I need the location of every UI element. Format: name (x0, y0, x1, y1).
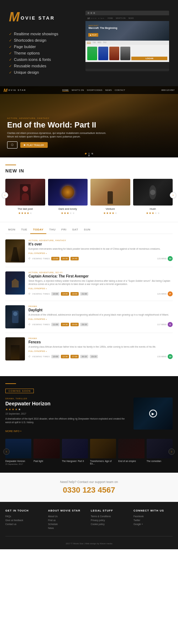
movie-banner-section: M OVIE STAR HOME WHAT'S ON SHORTCODES NE… (0, 86, 178, 157)
mins-badge-2: 123 MINS P (157, 291, 173, 296)
browser-dot (88, 12, 89, 14)
more-info-link[interactable]: MORE INFO + (5, 430, 22, 432)
footer-link-cookie[interactable]: Cookie policy (91, 523, 130, 525)
footer-copyright: 2017 © Movie Star | Web design by Klever… (66, 542, 112, 545)
time-badge-4e[interactable]: 23:15 (90, 355, 98, 358)
star-icon: ★ (64, 212, 66, 215)
browser-dot (93, 12, 95, 14)
footer-link-contact[interactable]: Contact us (5, 523, 44, 525)
nav-link-contact[interactable]: CONTACT (115, 89, 125, 92)
time-badge-4a[interactable]: 10:00 (51, 355, 59, 358)
mockup-nav-item: NEWS (129, 17, 134, 19)
footer-col-title-1: GET IN TOUCH (5, 509, 44, 512)
cs-thumb-4 (90, 439, 116, 458)
mins-text-2: 123 MINS (157, 293, 167, 295)
time-badge-3a[interactable]: 11:00 (51, 323, 59, 326)
footer-link-feedback[interactable]: Give us feedback (5, 519, 44, 521)
day-tab-sun[interactable]: SUN (81, 226, 93, 234)
footer-link-facebook[interactable]: Facebook (134, 515, 173, 518)
star-icon: ★ (149, 212, 151, 215)
mockup-tab: THU (103, 42, 106, 44)
info-button[interactable]: ⓘ (7, 141, 17, 149)
time-badge-4c[interactable]: 17:00 (70, 355, 79, 358)
scroll-down-arrow[interactable]: ∨ (85, 153, 93, 157)
star-icon: ★ (103, 212, 106, 215)
footer-col-title-2: ABOUT MOVIE STAR (48, 509, 87, 512)
time-badge-2a[interactable]: 10:00 (51, 292, 59, 296)
footer-link-twitter[interactable]: Twitter (134, 519, 173, 521)
time-badge-2d[interactable]: 21:00 (80, 292, 88, 296)
star-empty-icon: ★ (69, 212, 72, 215)
day-tab-thu[interactable]: THU (46, 226, 58, 234)
banner-logo-text: OVIE STAR (9, 89, 26, 91)
mockup-browser-bar (85, 11, 169, 15)
synopsis-link-4[interactable]: FULL SYNOPSIS + (28, 350, 173, 352)
featured-title: Deepwater Horizon (5, 401, 130, 406)
carousel-arrow-right[interactable]: › (170, 192, 176, 198)
footer-link-google[interactable]: Google + (134, 523, 173, 525)
play-trailer-button[interactable]: ▶ PLAY TRAILER (20, 142, 48, 148)
check-icon: ✓ (9, 32, 12, 36)
coming-soon-header: COMING SOON (5, 383, 173, 393)
footer: GET IN TOUCH FAQs Give us feedback Conta… (0, 502, 178, 549)
day-tab-mon[interactable]: MON (5, 226, 18, 234)
viewing-label-text-2: VIEWING TIMES (32, 293, 50, 295)
time-badge-2b[interactable]: 14:00 (61, 292, 69, 296)
feature-item: ✓Custom icons & fonts (9, 56, 78, 63)
play-icon: ▶ (24, 144, 26, 146)
movie-stars-2: ★ ★ ★ ★ ★ (48, 212, 88, 215)
mockup-tabs: MON TUE WED THU (85, 41, 169, 45)
schedule-genre-3: DRAMA (28, 305, 173, 307)
star-icon: ★ (146, 212, 148, 215)
time-badge-1c[interactable]: 24:45 (70, 257, 79, 260)
star-icon: ★ (21, 212, 23, 215)
synopsis-link-1[interactable]: FULL SYNOPSIS + (28, 252, 173, 254)
cs-title-6: The comedian (147, 460, 173, 462)
time-badge-4d[interactable]: 20:15 (80, 355, 88, 358)
featured-thumb: ▶ (134, 398, 173, 430)
day-tab-fri[interactable]: FRI (58, 226, 69, 234)
time-badge-3d[interactable]: 23:15 (80, 323, 88, 326)
footer-link-privacy[interactable]: Privacy policy (91, 519, 130, 521)
footer-col-touch: GET IN TOUCH FAQs Give us feedback Conta… (5, 509, 44, 531)
movie-thumb-3 (90, 179, 130, 206)
footer-link-news[interactable]: News (48, 527, 87, 529)
cs-carousel-right[interactable]: › (168, 448, 175, 455)
synopsis-link-3[interactable]: FULL SYNOPSIS + (28, 318, 173, 320)
nav-link-shortcodes[interactable]: SHORTCODES (87, 89, 103, 92)
mockup-logan: LOGAN (131, 47, 167, 60)
day-tab-tue[interactable]: TUE (18, 226, 30, 234)
footer-link-schedule[interactable]: Schedule (48, 523, 87, 525)
footer-link-terms[interactable]: Terms & Conditions (91, 515, 130, 518)
feature-item: ✓Page builder (9, 43, 78, 50)
time-badge-2c[interactable]: 19:00 (70, 292, 79, 296)
synopsis-link-2[interactable]: FULL SYNOPSIS + (28, 287, 173, 290)
new-in-section: NEW IN ‹ The last post ★ ★ ★ (0, 157, 178, 222)
time-badge-3c[interactable]: 20:00 (70, 323, 79, 326)
time-badge-4b[interactable]: 12:30 (61, 355, 69, 358)
star-icon: ★ (15, 408, 17, 411)
star-icon: ★ (9, 408, 11, 411)
contact-phone[interactable]: 0330 123 4567 (5, 485, 173, 495)
carousel-arrow-left[interactable]: ‹ (2, 192, 8, 198)
footer-link-faqs[interactable]: FAQs (5, 515, 44, 518)
day-tab-sat[interactable]: SAT (69, 226, 81, 234)
movie-thumb-4 (133, 179, 173, 206)
time-badge-3b[interactable]: 14:30 (61, 323, 69, 326)
footer-link-about[interactable]: About Us (48, 515, 87, 518)
mockup-movie-card (120, 47, 130, 60)
time-badge-1a[interactable]: 13:00 (51, 257, 59, 260)
hero-left: M OVIE STAR ✓Realtime movie showings ✓Sh… (9, 11, 78, 76)
viewing-label-icon-3: ⏱ (28, 323, 31, 326)
schedule-thumb-1 (5, 239, 25, 263)
play-button-circle[interactable]: ▶ (149, 410, 157, 417)
nav-link-news[interactable]: NEWS (105, 89, 112, 92)
day-tab-today[interactable]: TODAY (30, 226, 47, 234)
nav-link-home[interactable]: HOME (62, 89, 69, 92)
time-badge-1b[interactable]: 20:35 (61, 257, 69, 260)
cs-carousel-left[interactable]: ‹ (3, 448, 10, 455)
footer-link-findus[interactable]: Find us (48, 519, 87, 521)
nav-link-whatson[interactable]: WHAT'S ON (72, 89, 84, 92)
cs-thumb-6 (147, 439, 173, 458)
footer-col-social: CONNECT WITH US Facebook Twitter Google … (134, 509, 173, 531)
